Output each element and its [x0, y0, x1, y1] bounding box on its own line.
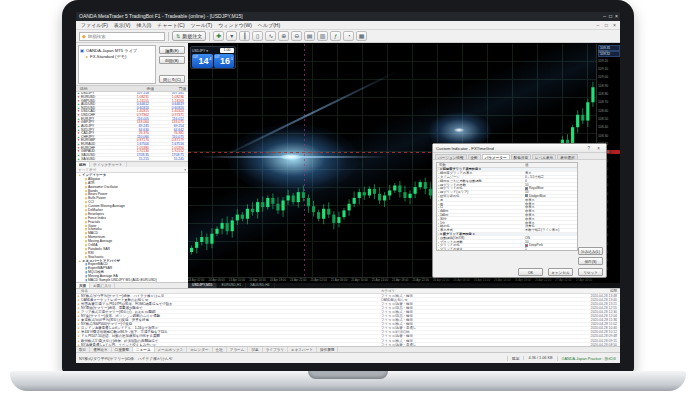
- price-tick: 108.80: [598, 92, 620, 96]
- dialog-controls[interactable]: ? ×: [588, 144, 603, 153]
- status-profile[interactable]: 既定: [507, 356, 524, 361]
- new-order-label: 新規注文: [182, 33, 202, 39]
- menu-item[interactable]: ヘルプ(H): [255, 22, 283, 28]
- menu-item[interactable]: 挿入(I): [134, 22, 155, 28]
- dialog-tab-バージョン情報[interactable]: バージョン情報: [435, 154, 467, 159]
- timeframes-icon[interactable]: ◔: [343, 31, 354, 41]
- parameter-row[interactable]: ▪グリッドの太さ1: [437, 248, 577, 251]
- mdi-window-controls[interactable]: – □ ×: [597, 22, 619, 28]
- new-order-icon: ⇅: [176, 33, 180, 39]
- dialog-tabs: バージョン情報全般パラメーター配色設定レベル表示表示選択: [433, 153, 606, 160]
- dialog-titlebar[interactable]: Custom Indicator - FXTimeGrid ? ×: [433, 144, 606, 153]
- parameter-icon: ▪: [438, 247, 439, 251]
- account-tree-child[interactable]: ▸ FX-Standard (デモ): [80, 53, 154, 59]
- dialog-tab-パラメーター[interactable]: パラメーター: [482, 154, 510, 159]
- one-click-trading-widget[interactable]: USDJPY ▾ 1.00 107. 14 4 107. 16 1: [190, 46, 236, 69]
- toolbox-panel: 件名 カテゴリ 時間 ●NY株式/ダウ平均(サマリー)続伸、ハイテク株がけん引フ…: [76, 288, 620, 352]
- menu-item[interactable]: ツール(T): [188, 22, 216, 28]
- market-watch-list: ▲USDJPY107.158107.161▼EURUSD1.082311.082…: [76, 92, 188, 161]
- symbol-search-placeholder: 銘柄検索: [88, 34, 106, 39]
- account-panel: ▣ OANDA-Japan MT5 ライブ ▸ FX-Standard (デモ)…: [76, 43, 188, 86]
- toolbar: ◆ 銘柄検索 ⇅ 新規注文 ✚▾┃▯∿⊕⊖▤▥ƒ◔▦: [76, 30, 620, 43]
- toolbar-separator: [209, 32, 210, 41]
- navigator-tree: ▸インディケータ▮Alligator▮ATR▮Awesome Oscillato…: [76, 173, 188, 282]
- menu-item[interactable]: ウィンドウ(W): [215, 22, 255, 28]
- save-button[interactable]: 保存(S): [578, 257, 603, 265]
- parameter-value-text: 1: [525, 247, 527, 251]
- sell-button[interactable]: 107. 14 4: [192, 54, 213, 68]
- new-order-button[interactable]: ⇅ 新規注文: [172, 31, 206, 41]
- price-tick: 109.00: [598, 75, 620, 79]
- indicator-properties-dialog: Custom Indicator - FXTimeGrid ? × バージョン情…: [432, 143, 607, 278]
- price-tick: 108.40: [598, 125, 620, 129]
- one-click-symbol[interactable]: USDJPY ▾: [192, 49, 219, 53]
- window-control-maximize[interactable]: □: [609, 12, 612, 21]
- account-close-button[interactable]: 閉じる(C): [159, 75, 185, 83]
- symbol-name: XAGUSD: [81, 157, 95, 161]
- reset-button[interactable]: リセット: [578, 268, 603, 276]
- menu-item[interactable]: ファイル(F): [78, 22, 111, 28]
- up-tick-icon: ▲: [77, 157, 80, 161]
- chart-profiles-icon[interactable]: ▾: [226, 31, 237, 41]
- cascade-windows-icon[interactable]: ▥: [317, 31, 328, 41]
- app-title: OANDA MetaTrader 5 TradingBot F1 - Trade…: [79, 13, 243, 19]
- price-tick: 108.70: [598, 100, 620, 104]
- price-tick: 108.60: [598, 109, 620, 113]
- price-tick: 108.90: [598, 84, 620, 88]
- status-bar: NY株式/ダウ平均(サマリー)続伸、ハイテク株がけん引 既定 4.36 / 1.…: [76, 352, 620, 363]
- account-edit-button[interactable]: 編集(E): [159, 46, 185, 54]
- ok-button[interactable]: OK: [518, 268, 543, 276]
- load-button[interactable]: 読み込み(L): [578, 247, 603, 255]
- candlesticks-icon[interactable]: ▯: [252, 31, 263, 41]
- cancel-button[interactable]: キャンセル: [548, 268, 573, 276]
- parameters-table: 変数 値 ▪= 時間帯グリッド表示設定 =▪時間帯グリッドの表示表示▪タイムゾー…: [436, 162, 578, 251]
- toolbar-separator: [168, 32, 169, 41]
- menu-bar: – □ × ファイル(F)表示(V)挿入(I)チャート(C)ツール(T)ウィンド…: [76, 21, 620, 30]
- search-icon: ◆: [82, 33, 86, 39]
- parameter-name: ▪グリッドの太さ: [437, 247, 525, 251]
- parameter-label: グリッドの太さ: [440, 247, 463, 251]
- window-control-minimize[interactable]: –: [603, 12, 606, 21]
- globe-icon: ▣: [80, 48, 84, 53]
- ask-cell: 15.245: [151, 157, 186, 161]
- menu-item[interactable]: チャート(C): [154, 22, 187, 28]
- buy-button[interactable]: 107. 16 1: [214, 54, 235, 68]
- price-tick: 109.20: [598, 59, 620, 63]
- news-list: ●NY株式/ダウ平均(サマリー)続伸、ハイテク株がけん引フィスコ/株式・概況20…: [76, 294, 620, 347]
- tile-windows-icon[interactable]: ▤: [304, 31, 315, 41]
- laptop-notch: [308, 371, 388, 379]
- lot-size-input[interactable]: 1.00: [220, 48, 234, 53]
- price-tick: 108.50: [598, 117, 620, 121]
- status-traffic: 4.36 / 1.06 KB: [523, 356, 556, 360]
- account-delete-button[interactable]: 削除(B): [159, 56, 185, 64]
- window-controls[interactable]: –□×: [603, 12, 618, 21]
- status-text: NY株式/ダウ平均(サマリー)続伸、ハイテク株がけん引: [76, 356, 507, 361]
- price-tick: 109.30: [598, 50, 620, 54]
- line-chart-icon[interactable]: ∿: [265, 31, 276, 41]
- laptop-mockup: OANDA MetaTrader 5 TradingBot F1 - Trade…: [0, 0, 696, 400]
- zoom-in-icon[interactable]: ⊕: [278, 31, 289, 41]
- parameter-value-text: 本数で指定(ライン表示): [525, 228, 559, 232]
- account-icon: ▸: [86, 54, 88, 59]
- screen: OANDA MetaTrader 5 TradingBot F1 - Trade…: [76, 12, 620, 363]
- dialog-title: Custom Indicator - FXTimeGrid: [436, 146, 494, 151]
- zoom-out-icon[interactable]: ⊖: [291, 31, 302, 41]
- bars-icon[interactable]: ┃: [239, 31, 250, 41]
- window-titlebar: OANDA MetaTrader 5 TradingBot F1 - Trade…: [76, 12, 620, 21]
- window-control-close[interactable]: ×: [615, 12, 618, 21]
- new-chart-icon[interactable]: ✚: [213, 31, 224, 41]
- dialog-tab-表示選択[interactable]: 表示選択: [557, 154, 577, 159]
- account-tree[interactable]: ▣ OANDA-Japan MT5 ライブ ▸ FX-Standard (デモ): [78, 45, 156, 84]
- symbol-search-input[interactable]: ◆ 銘柄検索: [79, 32, 165, 41]
- parameter-value: 1: [525, 247, 577, 251]
- dialog-tab-レベル表示[interactable]: レベル表示: [532, 154, 556, 159]
- status-connection[interactable]: OANDA-Japan Practice : 接続済: [557, 356, 620, 361]
- indicators-icon[interactable]: ƒ: [330, 31, 341, 41]
- symbol-cell: ▲XAGUSD: [76, 157, 116, 161]
- left-panel: ▣ OANDA-Japan MT5 ライブ ▸ FX-Standard (デモ)…: [76, 43, 188, 288]
- parameter-value: 本数で指定(ライン表示): [525, 228, 577, 232]
- menu-item[interactable]: 表示(V): [111, 22, 134, 28]
- dialog-tab-全般[interactable]: 全般: [468, 154, 481, 159]
- templates-icon[interactable]: ▦: [356, 31, 367, 41]
- dialog-tab-配色設定[interactable]: 配色設定: [511, 154, 531, 159]
